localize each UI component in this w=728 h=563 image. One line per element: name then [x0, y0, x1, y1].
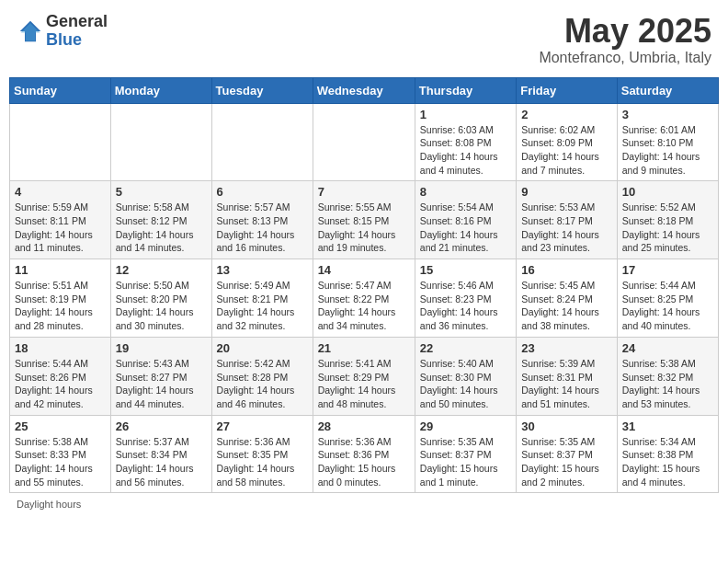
- calendar-cell: 20Sunrise: 5:42 AM Sunset: 8:28 PM Dayli…: [211, 337, 313, 415]
- calendar-table: SundayMondayTuesdayWednesdayThursdayFrid…: [9, 77, 719, 494]
- day-info: Sunrise: 5:35 AM Sunset: 8:37 PM Dayligh…: [420, 435, 511, 489]
- calendar-cell: 27Sunrise: 5:36 AM Sunset: 8:35 PM Dayli…: [211, 415, 313, 493]
- calendar-location: Montefranco, Umbria, Italy: [539, 50, 711, 66]
- calendar-cell: 17Sunrise: 5:44 AM Sunset: 8:25 PM Dayli…: [617, 259, 718, 338]
- calendar-cell: 23Sunrise: 5:39 AM Sunset: 8:31 PM Dayli…: [517, 337, 618, 415]
- weekday-header-row: SundayMondayTuesdayWednesdayThursdayFrid…: [10, 77, 719, 103]
- day-number: 20: [217, 341, 308, 355]
- calendar-cell: 16Sunrise: 5:45 AM Sunset: 8:24 PM Dayli…: [517, 259, 618, 338]
- day-number: 13: [217, 263, 308, 277]
- calendar-cell: 3Sunrise: 6:01 AM Sunset: 8:10 PM Daylig…: [617, 103, 718, 181]
- weekday-header-monday: Monday: [110, 77, 211, 103]
- day-info: Sunrise: 5:41 AM Sunset: 8:29 PM Dayligh…: [318, 357, 410, 411]
- calendar-cell: 29Sunrise: 5:35 AM Sunset: 8:37 PM Dayli…: [415, 415, 516, 493]
- calendar-cell: 15Sunrise: 5:46 AM Sunset: 8:23 PM Dayli…: [415, 259, 516, 338]
- calendar-title: May 2025: [539, 13, 711, 50]
- calendar-week-row: 1Sunrise: 6:03 AM Sunset: 8:08 PM Daylig…: [10, 103, 719, 181]
- day-number: 17: [622, 263, 713, 277]
- day-info: Sunrise: 5:43 AM Sunset: 8:27 PM Dayligh…: [116, 357, 207, 411]
- calendar-cell: 10Sunrise: 5:52 AM Sunset: 8:18 PM Dayli…: [617, 181, 718, 259]
- day-number: 7: [318, 185, 410, 199]
- calendar-cell: [10, 103, 111, 181]
- weekday-header-tuesday: Tuesday: [211, 77, 313, 103]
- day-info: Sunrise: 5:53 AM Sunset: 8:17 PM Dayligh…: [521, 201, 612, 255]
- day-info: Sunrise: 5:36 AM Sunset: 8:36 PM Dayligh…: [318, 435, 410, 489]
- footer-text: Daylight hours: [9, 499, 719, 510]
- day-info: Sunrise: 5:51 AM Sunset: 8:19 PM Dayligh…: [15, 279, 106, 333]
- calendar-cell: 9Sunrise: 5:53 AM Sunset: 8:17 PM Daylig…: [517, 181, 618, 259]
- day-info: Sunrise: 5:39 AM Sunset: 8:31 PM Dayligh…: [521, 357, 612, 411]
- calendar-week-row: 25Sunrise: 5:38 AM Sunset: 8:33 PM Dayli…: [10, 415, 719, 493]
- calendar-cell: 26Sunrise: 5:37 AM Sunset: 8:34 PM Dayli…: [110, 415, 211, 493]
- daylight-label: Daylight hours: [17, 499, 81, 510]
- day-number: 3: [622, 108, 713, 121]
- calendar-week-row: 11Sunrise: 5:51 AM Sunset: 8:19 PM Dayli…: [10, 259, 719, 338]
- day-number: 12: [116, 263, 207, 277]
- day-number: 28: [318, 419, 410, 433]
- day-number: 1: [420, 108, 511, 121]
- weekday-header-sunday: Sunday: [10, 77, 111, 103]
- calendar-cell: 18Sunrise: 5:44 AM Sunset: 8:26 PM Dayli…: [10, 337, 111, 415]
- day-number: 10: [622, 185, 713, 199]
- day-info: Sunrise: 6:01 AM Sunset: 8:10 PM Dayligh…: [622, 123, 713, 178]
- logo: General Blue: [17, 13, 108, 50]
- calendar-cell: 7Sunrise: 5:55 AM Sunset: 8:15 PM Daylig…: [313, 181, 415, 259]
- day-info: Sunrise: 5:42 AM Sunset: 8:28 PM Dayligh…: [217, 357, 308, 411]
- page-header: General Blue May 2025 Montefranco, Umbri…: [9, 9, 719, 70]
- calendar-week-row: 18Sunrise: 5:44 AM Sunset: 8:26 PM Dayli…: [10, 337, 719, 415]
- day-number: 30: [521, 419, 612, 433]
- calendar-cell: 25Sunrise: 5:38 AM Sunset: 8:33 PM Dayli…: [10, 415, 111, 493]
- day-info: Sunrise: 5:49 AM Sunset: 8:21 PM Dayligh…: [217, 279, 308, 333]
- calendar-cell: 4Sunrise: 5:59 AM Sunset: 8:11 PM Daylig…: [10, 181, 111, 259]
- calendar-cell: 6Sunrise: 5:57 AM Sunset: 8:13 PM Daylig…: [211, 181, 313, 259]
- day-number: 2: [521, 108, 612, 121]
- logo-text: General Blue: [46, 13, 108, 50]
- day-number: 29: [420, 419, 511, 433]
- day-number: 6: [217, 185, 308, 199]
- day-number: 9: [521, 185, 612, 199]
- day-info: Sunrise: 5:50 AM Sunset: 8:20 PM Dayligh…: [116, 279, 207, 333]
- weekday-header-saturday: Saturday: [617, 77, 718, 103]
- logo-icon: [17, 17, 44, 45]
- day-number: 27: [217, 419, 308, 433]
- day-info: Sunrise: 5:44 AM Sunset: 8:26 PM Dayligh…: [15, 357, 106, 411]
- calendar-cell: 5Sunrise: 5:58 AM Sunset: 8:12 PM Daylig…: [110, 181, 211, 259]
- calendar-cell: 2Sunrise: 6:02 AM Sunset: 8:09 PM Daylig…: [517, 103, 618, 181]
- day-info: Sunrise: 5:37 AM Sunset: 8:34 PM Dayligh…: [116, 435, 207, 489]
- calendar-cell: 14Sunrise: 5:47 AM Sunset: 8:22 PM Dayli…: [313, 259, 415, 338]
- calendar-cell: [313, 103, 415, 181]
- calendar-cell: 1Sunrise: 6:03 AM Sunset: 8:08 PM Daylig…: [415, 103, 516, 181]
- calendar-cell: 22Sunrise: 5:40 AM Sunset: 8:30 PM Dayli…: [415, 337, 516, 415]
- day-number: 31: [622, 419, 713, 433]
- day-number: 21: [318, 341, 410, 355]
- calendar-cell: 30Sunrise: 5:35 AM Sunset: 8:37 PM Dayli…: [517, 415, 618, 493]
- day-info: Sunrise: 5:54 AM Sunset: 8:16 PM Dayligh…: [420, 201, 511, 255]
- logo-blue-text: Blue: [46, 31, 108, 50]
- day-number: 8: [420, 185, 511, 199]
- day-info: Sunrise: 5:52 AM Sunset: 8:18 PM Dayligh…: [622, 201, 713, 255]
- day-info: Sunrise: 5:36 AM Sunset: 8:35 PM Dayligh…: [217, 435, 308, 489]
- day-info: Sunrise: 5:57 AM Sunset: 8:13 PM Dayligh…: [217, 201, 308, 255]
- calendar-cell: 28Sunrise: 5:36 AM Sunset: 8:36 PM Dayli…: [313, 415, 415, 493]
- day-number: 19: [116, 341, 207, 355]
- calendar-cell: [110, 103, 211, 181]
- day-number: 18: [15, 341, 106, 355]
- day-info: Sunrise: 5:35 AM Sunset: 8:37 PM Dayligh…: [521, 435, 612, 489]
- calendar-cell: 11Sunrise: 5:51 AM Sunset: 8:19 PM Dayli…: [10, 259, 111, 338]
- day-info: Sunrise: 5:38 AM Sunset: 8:32 PM Dayligh…: [622, 357, 713, 411]
- calendar-cell: [211, 103, 313, 181]
- day-number: 25: [15, 419, 106, 433]
- weekday-header-thursday: Thursday: [415, 77, 516, 103]
- day-info: Sunrise: 5:46 AM Sunset: 8:23 PM Dayligh…: [420, 279, 511, 333]
- calendar-cell: 31Sunrise: 5:34 AM Sunset: 8:38 PM Dayli…: [617, 415, 718, 493]
- day-info: Sunrise: 5:58 AM Sunset: 8:12 PM Dayligh…: [116, 201, 207, 255]
- day-info: Sunrise: 6:03 AM Sunset: 8:08 PM Dayligh…: [420, 123, 511, 178]
- calendar-cell: 12Sunrise: 5:50 AM Sunset: 8:20 PM Dayli…: [110, 259, 211, 338]
- day-info: Sunrise: 5:34 AM Sunset: 8:38 PM Dayligh…: [622, 435, 713, 489]
- calendar-cell: 24Sunrise: 5:38 AM Sunset: 8:32 PM Dayli…: [617, 337, 718, 415]
- calendar-cell: 13Sunrise: 5:49 AM Sunset: 8:21 PM Dayli…: [211, 259, 313, 338]
- weekday-header-friday: Friday: [517, 77, 618, 103]
- day-number: 23: [521, 341, 612, 355]
- weekday-header-wednesday: Wednesday: [313, 77, 415, 103]
- day-number: 4: [15, 185, 106, 199]
